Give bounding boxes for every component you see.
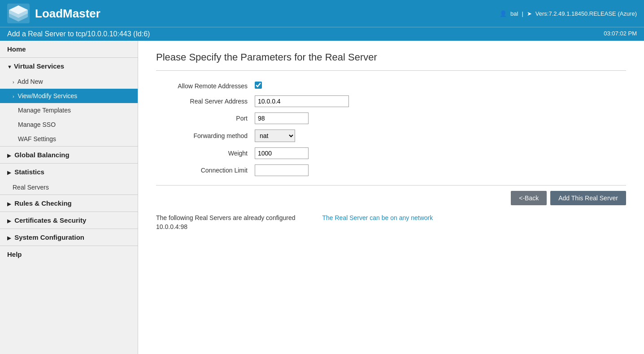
page-heading: Please Specify the Parameters for the Re… (156, 52, 626, 63)
weight-field (255, 147, 309, 159)
port-field (255, 112, 309, 124)
header-subtitle-bar: Add a Real Server to tcp/10.0.0.10:443 (… (0, 27, 644, 41)
chevron-right-icon-stats: ▶ (7, 170, 11, 175)
sidebar-item-certificates-security[interactable]: ▶ Certificates & Security (0, 212, 138, 229)
form-row-weight: Weight (156, 147, 626, 159)
logo-area: LoadMaster (7, 4, 100, 23)
weight-input[interactable] (255, 147, 309, 159)
configured-title: The following Real Servers are already c… (156, 214, 296, 221)
allow-remote-field (255, 82, 262, 90)
forward-icon[interactable]: ➤ (527, 10, 532, 17)
sidebar-item-global-balancing[interactable]: ▶ Global Balancing (0, 147, 138, 163)
forwarding-method-label: Forwarding method (156, 132, 255, 139)
connection-limit-input[interactable] (255, 164, 309, 176)
forwarding-method-field: nat tunnel route (255, 130, 295, 142)
sidebar-item-virtual-services[interactable]: ▼Virtual Services (0, 58, 138, 74)
sidebar-item-waf-settings[interactable]: WAF Settings (0, 132, 138, 146)
sidebar-item-statistics[interactable]: ▶ Statistics (0, 164, 138, 180)
network-note: The Real Server can be on any network (322, 214, 433, 230)
header-top: LoadMaster 👤 bal | ➤ Vers:7.2.49.1.18450… (0, 0, 644, 27)
form-row-real-server-address: Real Server Address (156, 95, 626, 107)
port-label: Port (156, 115, 255, 122)
main-content: Please Specify the Parameters for the Re… (138, 41, 644, 354)
chevron-right-icon-gb: ▶ (7, 153, 11, 158)
version: Vers:7.2.49.1.18450.RELEASE (Azure) (535, 10, 637, 17)
allow-remote-label: Allow Remote Addresses (156, 82, 255, 90)
form-row-allow-remote: Allow Remote Addresses (156, 82, 626, 90)
form-row-port: Port (156, 112, 626, 124)
header: LoadMaster 👤 bal | ➤ Vers:7.2.49.1.18450… (0, 0, 644, 41)
header-time: 03:07:02 PM (604, 30, 637, 38)
configured-value: 10.0.0.4:98 (156, 223, 296, 230)
chevron-down-icon: ▼ (7, 64, 12, 69)
configured-servers-block: The following Real Servers are already c… (156, 214, 296, 230)
kemp-logo-icon (7, 4, 30, 23)
add-real-server-button[interactable]: Add This Real Server (550, 191, 626, 205)
sidebar-item-system-configuration[interactable]: ▶ System Configuration (0, 229, 138, 246)
sidebar-item-manage-sso[interactable]: Manage SSO (0, 117, 138, 132)
forwarding-method-select[interactable]: nat tunnel route (255, 130, 295, 142)
user-icon: 👤 (500, 10, 507, 17)
weight-label: Weight (156, 150, 255, 157)
separator-icon: | (522, 10, 523, 17)
real-server-address-label: Real Server Address (156, 98, 255, 105)
sidebar-item-manage-templates[interactable]: Manage Templates (0, 103, 138, 117)
form-row-forwarding: Forwarding method nat tunnel route (156, 130, 626, 142)
sidebar: Home ▼Virtual Services › Add New › View/… (0, 41, 138, 354)
form-row-connection-limit: Connection Limit (156, 164, 626, 176)
sidebar-item-view-modify[interactable]: › View/Modify Services (0, 89, 138, 103)
main-layout: Home ▼Virtual Services › Add New › View/… (0, 41, 644, 354)
subtitle-text: Add a Real Server to tcp/10.0.0.10:443 (… (7, 30, 150, 38)
arrow-icon-active: › (13, 94, 14, 99)
sidebar-item-home[interactable]: Home (0, 41, 138, 57)
username: bal (510, 10, 518, 17)
sidebar-item-help[interactable]: Help (0, 246, 138, 263)
real-server-address-field (255, 95, 349, 107)
allow-remote-checkbox[interactable] (255, 82, 262, 89)
sidebar-item-rules-checking[interactable]: ▶ Rules & Checking (0, 195, 138, 212)
info-section: The following Real Servers are already c… (156, 214, 626, 230)
heading-divider (156, 70, 626, 71)
sidebar-item-real-servers[interactable]: Real Servers (0, 180, 138, 194)
sidebar-item-add-new[interactable]: › Add New (0, 74, 138, 89)
real-server-address-input[interactable] (255, 95, 349, 107)
chevron-right-icon-certs: ▶ (7, 218, 11, 224)
port-input[interactable] (255, 112, 309, 124)
action-bar: <-Back Add This Real Server (156, 185, 626, 205)
header-right: 👤 bal | ➤ Vers:7.2.49.1.18450.RELEASE (A… (500, 10, 637, 17)
app-name: LoadMaster (35, 7, 100, 21)
back-button[interactable]: <-Back (511, 191, 547, 205)
connection-limit-label: Connection Limit (156, 167, 255, 174)
chevron-right-icon-rules: ▶ (7, 201, 11, 207)
arrow-icon: › (13, 79, 14, 85)
chevron-right-icon-sys: ▶ (7, 235, 11, 241)
connection-limit-field (255, 164, 309, 176)
